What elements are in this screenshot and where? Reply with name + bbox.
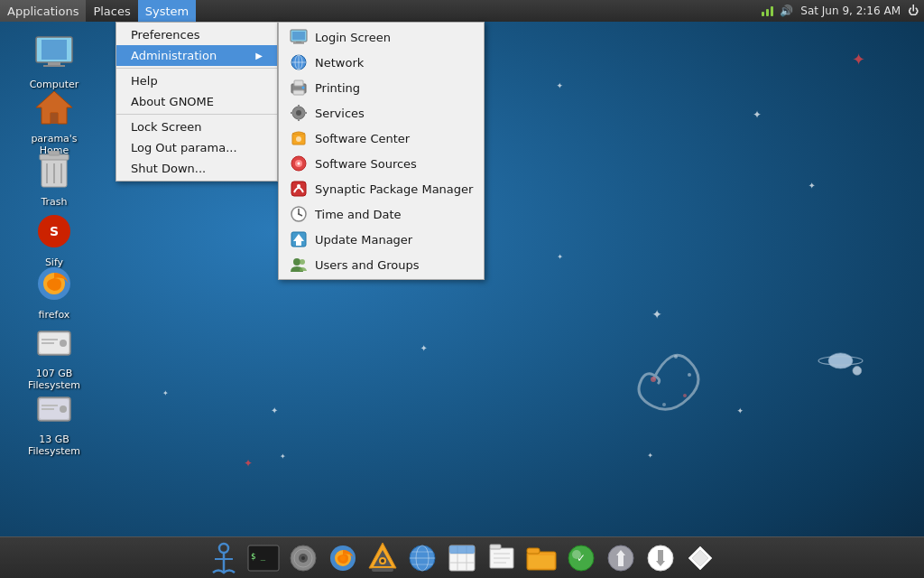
firefox-icon-img [32, 262, 76, 305]
svg-point-3 [683, 394, 687, 397]
svg-rect-94 [449, 545, 475, 554]
software-center-label: Software Center [315, 132, 410, 145]
desktop-icon-home[interactable]: parama's Home [18, 86, 90, 156]
svg-rect-35 [292, 32, 305, 40]
svg-point-26 [60, 340, 67, 347]
printing-label: Printing [315, 81, 360, 95]
network-label: Network [315, 56, 364, 70]
star-deco: ✦ [556, 81, 563, 90]
svg-rect-33 [42, 408, 54, 410]
svg-rect-50 [291, 112, 294, 114]
places-menu[interactable]: Places [86, 0, 137, 22]
taskbar-vlc-icon[interactable] [364, 539, 402, 577]
menu-separator-2 [116, 114, 277, 115]
taskbar-anchor-icon[interactable] [205, 539, 243, 577]
log-out-item[interactable]: Log Out parama... [116, 137, 277, 158]
svg-text:✓: ✓ [577, 552, 586, 564]
time-date-icon [290, 205, 308, 223]
taskbar-diamond-icon[interactable] [681, 539, 719, 577]
time-date-item[interactable]: Time and Date [279, 201, 484, 227]
taskbar-green-icon[interactable]: ✓ [562, 539, 600, 577]
svg-point-4 [662, 403, 666, 406]
volume-icon[interactable]: 🔊 [780, 5, 793, 17]
drive13-icon-label: 13 GB Filesystem [18, 434, 90, 457]
taskbar-audio-icon[interactable] [284, 539, 322, 577]
svg-rect-49 [298, 117, 300, 121]
taskbar-files-icon[interactable] [483, 539, 521, 577]
svg-rect-27 [42, 339, 58, 340]
update-manager-label: Update Manager [315, 233, 412, 247]
system-dropdown-menu: Preferences Administration ▶ Help About … [116, 22, 278, 182]
svg-rect-51 [303, 112, 307, 114]
menubar-left: Applications Places System [0, 0, 762, 22]
login-screen-item[interactable]: Login Screen [279, 24, 484, 50]
taskbar-calc-icon[interactable] [443, 539, 481, 577]
datetime-display: Sat Jun 9, 2:16 AM [800, 5, 901, 17]
synaptic-icon [290, 180, 308, 198]
trash-icon-img [32, 149, 76, 192]
svg-point-53 [296, 136, 301, 142]
taskbar-firefox-icon[interactable] [324, 539, 362, 577]
login-screen-label: Login Screen [315, 31, 391, 44]
svg-point-1 [674, 355, 678, 359]
applications-menu[interactable]: Applications [0, 0, 86, 22]
drive13-icon-img [32, 387, 76, 430]
synaptic-item[interactable]: Synaptic Package Manager [279, 176, 484, 201]
svg-rect-101 [527, 548, 540, 554]
desktop: ✦ ✦ ✦ ✦ ✦ ✦ ✦ ✦ ✦ ✦ ✦ ✦ ✦ ✦ Applications… [0, 0, 924, 578]
log-out-label: Log Out parama... [131, 141, 237, 154]
software-sources-item[interactable]: Software Sources [279, 151, 484, 176]
svg-text:S: S [50, 224, 59, 238]
printing-item[interactable]: Printing [279, 75, 484, 100]
desktop-icon-firefox[interactable]: firefox [18, 262, 90, 321]
star-deco: ✦ [557, 253, 563, 261]
preferences-item[interactable]: Preferences [116, 24, 277, 45]
services-item[interactable]: Services [279, 100, 484, 126]
svg-rect-48 [298, 105, 300, 108]
desktop-icon-trash[interactable]: Trash [18, 149, 90, 208]
svg-point-74 [301, 556, 305, 560]
update-manager-item[interactable]: Update Manager [279, 227, 484, 252]
taskbar-world-icon[interactable] [403, 539, 441, 577]
star-deco: ✦ [808, 181, 816, 191]
svg-rect-99 [490, 545, 501, 549]
star-deco: ✦ [420, 343, 428, 353]
star-deco: ✦ [280, 452, 286, 461]
desktop-icon-13gb[interactable]: 13 GB Filesystem [18, 387, 90, 457]
users-groups-item[interactable]: Users and Groups [279, 252, 484, 277]
svg-point-7 [853, 367, 862, 376]
menubar: Applications Places System 🔊 Sat Jun 9, … [0, 0, 924, 22]
svg-point-2 [688, 373, 691, 377]
power-icon[interactable]: ⏻ [908, 5, 919, 17]
svg-point-67 [219, 544, 228, 553]
svg-text:$ _: $ _ [251, 552, 266, 561]
network-icon [290, 53, 308, 71]
taskbar-gray1-icon[interactable] [602, 539, 640, 577]
star-deco: ✦ [753, 108, 762, 121]
svg-point-66 [300, 259, 305, 265]
shut-down-item[interactable]: Shut Down... [116, 158, 277, 179]
desktop-icon-107gb[interactable]: 107 GB Filesystem [18, 321, 90, 391]
taskbar-terminal-icon[interactable]: $ _ [245, 539, 282, 577]
services-icon [290, 104, 308, 122]
network-item[interactable]: Network [279, 50, 484, 75]
software-center-icon [290, 129, 308, 147]
desktop-icon-sify[interactable]: S Sify [18, 210, 90, 268]
lock-screen-item[interactable]: Lock Screen [116, 117, 277, 137]
software-sources-label: Software Sources [315, 157, 417, 171]
planet-decoration [816, 348, 865, 379]
about-gnome-item[interactable]: About GNOME [116, 91, 277, 112]
taskbar-folder-icon[interactable] [522, 539, 560, 577]
software-center-item[interactable]: Software Center [279, 126, 484, 151]
taskbar-white1-icon[interactable] [642, 539, 679, 577]
users-groups-label: Users and Groups [315, 258, 419, 272]
star-deco: ✦ [162, 389, 169, 397]
administration-item[interactable]: Administration ▶ [116, 45, 277, 66]
lock-screen-label: Lock Screen [131, 120, 201, 134]
desktop-icon-computer[interactable]: Computer [18, 32, 90, 90]
computer-icon-img [32, 32, 76, 75]
spiral-decoration [599, 325, 707, 434]
system-menu-trigger[interactable]: System [138, 0, 196, 22]
svg-point-47 [296, 110, 301, 116]
help-item[interactable]: Help [116, 70, 277, 91]
